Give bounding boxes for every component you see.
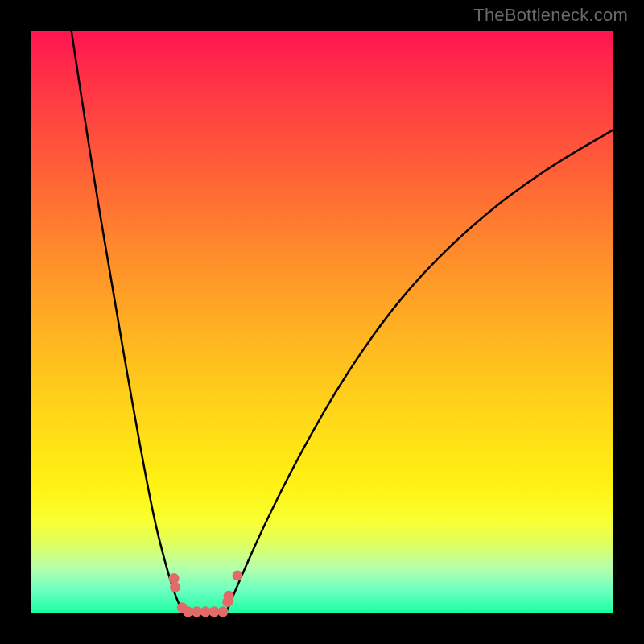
marker-dot <box>233 570 243 580</box>
chart-frame: TheBottleneck.com <box>0 0 644 644</box>
curve-markers <box>169 570 243 617</box>
watermark-text: TheBottleneck.com <box>473 5 628 26</box>
plot-area <box>31 31 613 613</box>
curve-svg <box>31 31 613 613</box>
marker-dot <box>170 582 180 592</box>
marker-dot <box>224 591 234 601</box>
bottleneck-curve <box>72 31 613 613</box>
bottleneck-path <box>72 31 613 613</box>
marker-dot <box>217 606 228 617</box>
